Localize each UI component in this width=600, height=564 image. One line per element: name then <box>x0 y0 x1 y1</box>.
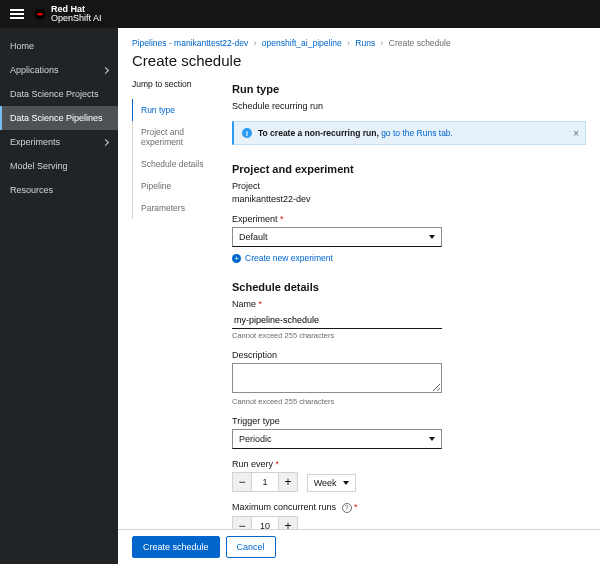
jump-title: Jump to section <box>132 79 212 89</box>
jump-item-schedule-details[interactable]: Schedule details <box>132 153 212 175</box>
experiment-label: Experiment <box>232 214 586 224</box>
sidebar-item-model-serving[interactable]: Model Serving <box>0 154 118 178</box>
sidebar-item-label: Model Serving <box>10 161 68 171</box>
chevron-right-icon: › <box>347 38 350 48</box>
sidebar: Home Applications Data Science Projects … <box>0 28 118 564</box>
create-experiment-link[interactable]: + Create new experiment <box>232 253 333 263</box>
name-label: Name <box>232 299 586 309</box>
sidebar-item-label: Resources <box>10 185 53 195</box>
form-content: Run type Schedule recurring run i To cre… <box>212 79 586 564</box>
sidebar-item-home[interactable]: Home <box>0 34 118 58</box>
sidebar-item-label: Home <box>10 41 34 51</box>
chevron-down-icon <box>343 481 349 485</box>
run-every-minus-button[interactable]: − <box>232 472 252 492</box>
description-label: Description <box>232 350 586 360</box>
crumb-pipelines[interactable]: Pipelines <box>132 38 167 48</box>
trigger-label: Trigger type <box>232 416 586 426</box>
jump-item-runtype[interactable]: Run type <box>132 99 212 121</box>
jump-item-pipeline[interactable]: Pipeline <box>132 175 212 197</box>
alert-text: To create a non-recurring run, <box>258 128 381 138</box>
hamburger-menu-button[interactable] <box>10 9 24 19</box>
sidebar-item-label: Applications <box>10 65 59 75</box>
run-every-unit-select[interactable]: Week <box>307 474 356 492</box>
section-heading-runtype: Run type <box>232 83 586 95</box>
name-input[interactable] <box>232 312 442 329</box>
max-runs-label-text: Maximum concurrent runs <box>232 502 336 512</box>
jump-item-project-experiment[interactable]: Project and experiment <box>132 121 212 153</box>
section-heading-schedule-details: Schedule details <box>232 281 586 293</box>
brand: Red Hat OpenShift AI <box>34 5 102 24</box>
sidebar-item-ds-pipelines[interactable]: Data Science Pipelines <box>0 106 118 130</box>
project-label: Project <box>232 181 586 191</box>
info-icon: i <box>242 128 252 138</box>
sidebar-item-resources[interactable]: Resources <box>0 178 118 202</box>
masthead: Red Hat OpenShift AI <box>0 0 600 28</box>
cancel-button[interactable]: Cancel <box>226 536 276 558</box>
crumb-pipeline[interactable]: openshift_ai_pipeline <box>262 38 342 48</box>
plus-circle-icon: + <box>232 254 241 263</box>
chevron-right-icon <box>102 138 109 145</box>
sidebar-item-label: Data Science Projects <box>10 89 99 99</box>
chevron-right-icon: › <box>254 38 257 48</box>
sidebar-item-applications[interactable]: Applications <box>0 58 118 82</box>
close-icon[interactable]: × <box>573 128 579 139</box>
footer-actions: Create schedule Cancel <box>118 529 600 564</box>
description-hint: Cannot exceed 255 characters <box>232 397 586 406</box>
name-hint: Cannot exceed 255 characters <box>232 331 586 340</box>
run-every-stepper: − 1 + <box>232 472 298 492</box>
sidebar-item-ds-projects[interactable]: Data Science Projects <box>0 82 118 106</box>
chevron-right-icon <box>102 66 109 73</box>
crumb-current: Create schedule <box>389 38 451 48</box>
trigger-value: Periodic <box>239 434 272 444</box>
crumb-runs[interactable]: Runs <box>355 38 375 48</box>
brand-text: Red Hat OpenShift AI <box>51 5 102 24</box>
jump-item-parameters[interactable]: Parameters <box>132 197 212 219</box>
run-every-unit-value: Week <box>314 478 337 488</box>
chevron-right-icon: › <box>381 38 384 48</box>
help-icon[interactable]: ? <box>342 503 352 513</box>
main-content: Pipelines - manikanttest22-dev › openshi… <box>118 28 600 564</box>
description-input[interactable] <box>232 363 442 393</box>
experiment-value: Default <box>239 232 268 242</box>
jump-to-section: Jump to section Run type Project and exp… <box>132 79 212 564</box>
run-every-plus-button[interactable]: + <box>278 472 298 492</box>
page-title: Create schedule <box>118 52 600 79</box>
create-schedule-button[interactable]: Create schedule <box>132 536 220 558</box>
info-alert: i To create a non-recurring run, go to t… <box>232 121 586 145</box>
experiment-select[interactable]: Default <box>232 227 442 247</box>
runtype-subtext: Schedule recurring run <box>232 101 586 111</box>
chevron-down-icon <box>429 235 435 239</box>
alert-runs-tab-link[interactable]: go to the Runs tab. <box>381 128 453 138</box>
crumb-project[interactable]: manikanttest22-dev <box>174 38 248 48</box>
sidebar-item-label: Data Science Pipelines <box>10 113 103 123</box>
breadcrumb: Pipelines - manikanttest22-dev › openshi… <box>118 28 600 52</box>
max-runs-label: Maximum concurrent runs ? <box>232 502 586 513</box>
run-every-label: Run every <box>232 459 586 469</box>
project-value: manikanttest22-dev <box>232 194 586 204</box>
create-exp-text: Create new experiment <box>245 253 333 263</box>
brand-line2: OpenShift AI <box>51 14 102 23</box>
section-heading-project-experiment: Project and experiment <box>232 163 586 175</box>
trigger-type-select[interactable]: Periodic <box>232 429 442 449</box>
redhat-icon <box>34 8 46 20</box>
sidebar-item-experiments[interactable]: Experiments <box>0 130 118 154</box>
chevron-down-icon <box>429 437 435 441</box>
run-every-value[interactable]: 1 <box>252 472 278 492</box>
sidebar-item-label: Experiments <box>10 137 60 147</box>
